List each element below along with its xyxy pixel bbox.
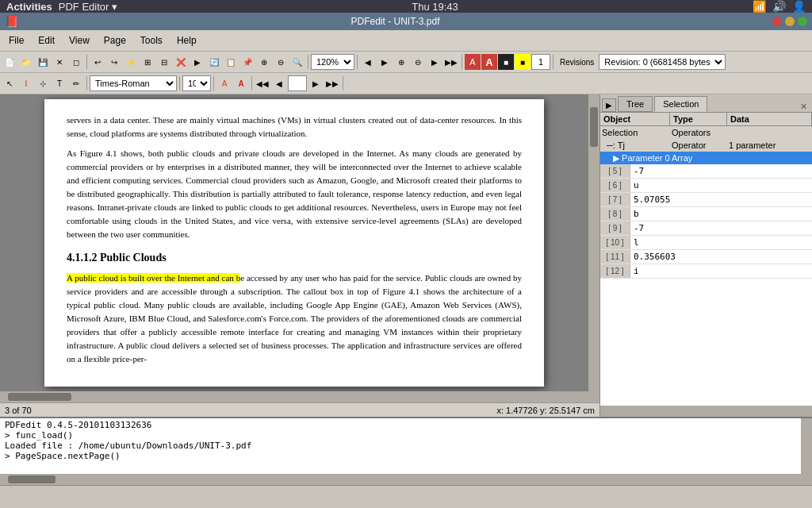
pdf-status: 3 of 70 x: 1.47726 y: 25.5147 cm <box>0 402 599 417</box>
maximize-button[interactable] <box>798 17 807 26</box>
expand-btn[interactable]: ▶ <box>602 98 616 112</box>
log-line-1: > func_load() <box>5 430 796 441</box>
param-row-5: [ 10 ] l <box>600 236 812 250</box>
pdf-hscroll-thumb[interactable] <box>8 393 71 401</box>
sep1 <box>86 55 87 69</box>
sep9 <box>251 76 252 90</box>
undo-btn[interactable]: ↩ <box>90 54 105 70</box>
nav-prev[interactable]: ◀◀ <box>255 75 270 91</box>
tree-cell-type-2: Array <box>670 153 727 163</box>
minimize-button[interactable] <box>785 17 795 26</box>
pdf-vscroll-thumb[interactable] <box>590 107 598 147</box>
font-size-select[interactable]: 10 8 12 <box>182 75 211 91</box>
pdf-scroll-content[interactable]: servers in a data center. These are main… <box>0 94 588 391</box>
param-val-0: -7 <box>630 164 812 178</box>
param-section: [ 5 ] -7 [ 6 ] u [ 7 ] 5.07055 [ 8 ] b [… <box>600 164 812 406</box>
text-tool[interactable]: T <box>52 75 67 91</box>
param-idx-6: [ 11 ] <box>600 250 630 264</box>
app-window: 📕 PDFedit - UNIT-3.pdf File Edit View Pa… <box>0 13 812 508</box>
tb-btn13[interactable]: 🔄 <box>206 54 222 70</box>
sep2 <box>308 55 308 69</box>
tb-btn9[interactable]: ⊞ <box>140 54 155 70</box>
sep8 <box>213 76 214 90</box>
tb-btn11[interactable]: ❌ <box>173 54 189 70</box>
tree-row-0[interactable]: Selection Operators <box>600 126 812 139</box>
log-vscroll[interactable] <box>801 418 812 485</box>
select-arrow[interactable]: ↖ <box>2 75 17 91</box>
nav-prev2[interactable]: ◀ <box>271 75 287 91</box>
param-idx-0: [ 5 ] <box>600 164 630 178</box>
param-idx-1: [ 6 ] <box>600 179 630 192</box>
tb-btn20[interactable]: ◀ <box>360 54 376 70</box>
text-color-r[interactable]: A <box>216 75 232 91</box>
selection-tab[interactable]: Selection <box>654 96 707 112</box>
tb-btn15[interactable]: 📌 <box>239 54 255 70</box>
color-r[interactable]: A <box>465 54 481 70</box>
tree-cell-obj-2: ▶ Parameter 0 <box>600 153 670 164</box>
open-btn[interactable]: 📁 <box>18 54 34 70</box>
menu-tools[interactable]: Tools <box>133 33 170 48</box>
wifi-icon: 📶 <box>753 0 766 13</box>
cursor-btn[interactable]: ⊹ <box>35 75 51 91</box>
app-indicator[interactable]: PDF Editor ▾ <box>59 1 117 13</box>
color-black[interactable]: ■ <box>498 54 514 70</box>
text-select[interactable]: I <box>18 75 34 91</box>
font-select[interactable]: Times-RomanHelveticaCourier <box>90 75 177 91</box>
color-yellow[interactable]: ■ <box>515 54 530 70</box>
tree-row-2[interactable]: ▶ Parameter 0 Array <box>600 152 812 164</box>
log-hscroll-thumb[interactable] <box>8 475 56 483</box>
menu-view[interactable]: View <box>62 33 97 48</box>
tb-btn10[interactable]: ⊟ <box>156 54 172 70</box>
menu-help[interactable]: Help <box>170 33 204 48</box>
tree-tab[interactable]: Tree <box>618 96 653 112</box>
color-input[interactable] <box>531 54 550 70</box>
menu-file[interactable]: File <box>2 33 31 48</box>
tree-cell-type-0: Operators <box>670 128 727 137</box>
close-sidebar-btn[interactable]: ✕ <box>797 102 810 112</box>
edit-btn[interactable]: ✏ <box>68 75 84 91</box>
tb-btn8[interactable]: ⚡ <box>123 54 139 70</box>
param-row-3: [ 8 ] b <box>600 207 812 221</box>
tb-btn17[interactable]: ⊖ <box>273 54 289 70</box>
tb-btn22[interactable]: ⊕ <box>393 54 409 70</box>
tree-cell-type-1: Operator <box>670 140 727 150</box>
param-row-7: [ 12 ] i <box>600 264 812 279</box>
text-bold[interactable]: A <box>233 75 249 91</box>
log-hscroll[interactable] <box>0 474 801 485</box>
tb-btn16[interactable]: ⊕ <box>256 54 272 70</box>
tree-row-1[interactable]: ─: Tj Operator 1 parameter <box>600 139 812 152</box>
nav-next[interactable]: ▶ <box>308 75 324 91</box>
menu-page[interactable]: Page <box>97 33 133 48</box>
new-btn[interactable]: 📄 <box>2 54 17 70</box>
revisions-select[interactable]: Revision: 0 (6681458 bytes) <box>599 54 726 70</box>
tb-btn18[interactable]: 🔍 <box>289 54 305 70</box>
pdf-hscroll[interactable] <box>0 391 599 402</box>
sep7 <box>179 76 180 90</box>
tb-btn25[interactable]: ▶▶ <box>443 54 459 70</box>
tb-btn23[interactable]: ⊖ <box>410 54 426 70</box>
activities-btn[interactable]: Activities <box>6 1 52 13</box>
nav-next2[interactable]: ▶▶ <box>324 75 340 91</box>
redo-btn[interactable]: ↪ <box>106 54 122 70</box>
tb-btn14[interactable]: 📋 <box>223 54 239 70</box>
user-icon: 👤 <box>792 0 806 13</box>
color-b[interactable]: A <box>481 54 497 70</box>
tb-btn12[interactable]: ▶ <box>190 54 205 70</box>
coords: x: 1.47726 y: 25.5147 cm <box>496 406 595 415</box>
tb-btn5[interactable]: ◻ <box>68 54 84 70</box>
menu-edit[interactable]: Edit <box>31 33 62 48</box>
param-row-0: [ 5 ] -7 <box>600 164 812 179</box>
close-doc-btn[interactable]: ✕ <box>52 54 67 70</box>
para3-rest: e accessed by any user who has paid for … <box>67 273 522 364</box>
page-num-input[interactable]: 3 <box>288 75 307 91</box>
zoom-select[interactable]: 120% 100% 80% <box>311 54 354 70</box>
param-scroll[interactable]: [ 5 ] -7 [ 6 ] u [ 7 ] 5.07055 [ 8 ] b [… <box>600 164 812 406</box>
save-btn[interactable]: 💾 <box>35 54 51 70</box>
sep6 <box>86 76 87 90</box>
pdf-vscroll[interactable] <box>588 94 599 391</box>
close-button[interactable] <box>772 17 782 26</box>
tb-btn24[interactable]: ▶ <box>427 54 442 70</box>
tb-btn21[interactable]: ▶ <box>377 54 393 70</box>
param-val-1: u <box>630 179 812 192</box>
param-hscroll[interactable] <box>600 406 812 417</box>
